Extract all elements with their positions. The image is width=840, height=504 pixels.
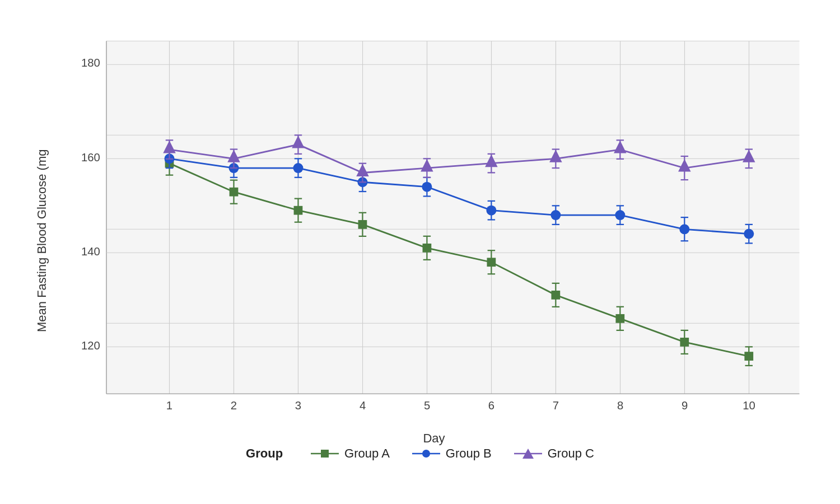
group-a-point-9 [680,338,689,347]
group-a-point-5 [423,244,432,253]
group-a-point-4 [358,220,367,229]
legend-label-a: Group A [344,446,390,461]
group-a-point-7 [551,291,560,300]
y-tick-180: 180 [81,57,100,69]
legend-label-c: Group C [548,446,594,461]
legend-line-b [412,448,440,459]
group-a-point-10 [744,352,753,361]
x-tick-5: 5 [424,399,430,412]
group-b-point-7 [550,210,561,220]
x-tick-8: 8 [617,399,623,412]
group-b-point-10 [744,229,754,239]
group-b-point-6 [486,206,496,216]
x-tick-3: 3 [295,399,301,412]
svg-container: 180 160 140 120 1 2 3 4 5 6 [56,34,812,427]
y-axis-label: Mean Fasting Blood Glucose (mg [28,34,56,426]
group-a-point-3 [294,206,303,215]
group-a-point-8 [615,314,624,323]
chart-container: Mean Fasting Blood Glucose (mg [28,11,812,493]
svg-point-97 [422,450,430,458]
x-tick-2: 2 [231,399,237,412]
group-b-point-5 [422,182,432,192]
legend-item-c: Group C [514,446,594,461]
group-a-point-2 [230,188,239,197]
main-plot: 180 160 140 120 1 2 3 4 5 6 [56,34,812,427]
y-tick-140: 140 [81,245,100,258]
x-tick-4: 4 [360,399,366,412]
legend: Group Group A Group B Group C [246,437,594,470]
x-tick-6: 6 [488,399,494,412]
plot-wrapper: 180 160 140 120 1 2 3 4 5 6 [56,34,812,426]
legend-item-a: Group A [311,446,390,461]
group-b-point-3 [293,163,303,173]
legend-label-b: Group B [446,446,492,461]
x-tick-10: 10 [743,399,755,412]
svg-rect-95 [321,450,329,458]
legend-line-c [514,448,542,459]
group-b-point-8 [615,210,625,220]
x-tick-7: 7 [553,399,559,412]
group-a-point-6 [487,258,496,267]
y-tick-160: 160 [81,151,100,164]
x-tick-1: 1 [166,399,172,412]
legend-item-b: Group B [412,446,492,461]
y-tick-120: 120 [81,339,100,352]
plot-background [106,41,800,394]
x-tick-9: 9 [682,399,688,412]
chart-area: Mean Fasting Blood Glucose (mg [28,34,812,426]
group-b-point-9 [679,224,689,234]
legend-line-a [311,448,339,459]
legend-title: Group [246,446,283,461]
